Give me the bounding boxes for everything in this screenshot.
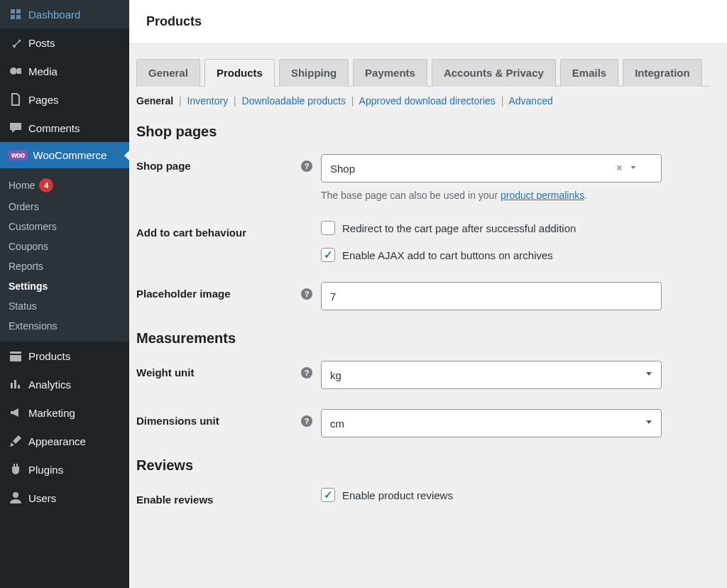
tab-emails[interactable]: Emails [560, 59, 618, 87]
submenu-extensions[interactable]: Extensions [0, 316, 129, 336]
sidebar-item-products[interactable]: Products [0, 342, 129, 370]
checkbox-redirect-cart[interactable] [321, 221, 335, 235]
submenu-customers[interactable]: Customers [0, 217, 129, 236]
sidebar-label: WooCommerce [33, 149, 107, 161]
plug-icon [9, 462, 23, 477]
chevron-down-icon [628, 163, 638, 175]
comment-icon [9, 121, 23, 135]
label-weight-unit: Weight unit ? [136, 361, 321, 379]
sidebar-item-plugins[interactable]: Plugins [0, 455, 129, 484]
tab-shipping[interactable]: Shipping [279, 59, 349, 87]
label-dimensions-unit: Dimensions unit ? [136, 409, 321, 427]
sidebar-label: Plugins [28, 464, 63, 476]
label-add-to-cart: Add to cart behaviour [136, 221, 321, 239]
user-icon [9, 491, 23, 505]
subnav-general[interactable]: General [136, 95, 173, 107]
row-enable-reviews: Enable reviews Enable product reviews [136, 488, 710, 506]
subnav-inventory[interactable]: Inventory [187, 95, 229, 107]
label-placeholder-image: Placeholder image ? [136, 282, 321, 300]
sidebar-label: Media [28, 65, 58, 77]
svg-point-1 [13, 492, 18, 498]
select-shop-page[interactable]: Shop × [321, 154, 662, 183]
subnav-advanced[interactable]: Advanced [508, 95, 552, 107]
page-title: Products [146, 14, 710, 29]
subnav-downloadable[interactable]: Downloadable products [242, 95, 346, 107]
main-content: Products General Products Shipping Payme… [129, 0, 727, 588]
pages-icon [9, 92, 23, 107]
woocommerce-submenu: Home 4 Orders Customers Coupons Reports … [0, 168, 129, 342]
shop-page-description: The base page can also be used in your p… [321, 190, 662, 201]
row-shop-page: Shop page ? Shop × The base page can als… [136, 154, 710, 201]
sidebar-label: Pages [28, 94, 59, 106]
checkbox-label: Enable product reviews [342, 489, 453, 501]
checkbox-enable-reviews[interactable] [321, 488, 335, 502]
sidebar-item-pages[interactable]: Pages [0, 85, 129, 114]
notification-badge: 4 [39, 178, 53, 192]
products-icon [9, 349, 23, 363]
sidebar-item-comments[interactable]: Comments [0, 114, 129, 142]
label-shop-page: Shop page ? [136, 154, 321, 172]
checkbox-label: Enable AJAX add to cart buttons on archi… [342, 249, 553, 261]
sidebar-item-posts[interactable]: Posts [0, 28, 129, 57]
tab-accounts[interactable]: Accounts & Privacy [432, 59, 556, 87]
sidebar-item-users[interactable]: Users [0, 484, 129, 512]
tab-products[interactable]: Products [204, 59, 275, 87]
tab-payments[interactable]: Payments [353, 59, 427, 87]
row-weight-unit: Weight unit ? kg [136, 361, 710, 389]
submenu-coupons[interactable]: Coupons [0, 236, 129, 256]
megaphone-icon [9, 405, 23, 420]
select-dimensions-unit[interactable]: cm [321, 409, 662, 437]
brush-icon [9, 434, 23, 448]
tab-general[interactable]: General [136, 59, 200, 87]
section-reviews: Reviews [136, 457, 710, 474]
clear-icon[interactable]: × [616, 162, 623, 175]
svg-point-0 [10, 67, 17, 75]
link-product-permalinks[interactable]: product permalinks [501, 190, 584, 201]
submenu-status[interactable]: Status [0, 296, 129, 316]
label-enable-reviews: Enable reviews [136, 488, 321, 506]
help-icon[interactable]: ? [301, 415, 312, 427]
subnav-approved[interactable]: Approved download directories [359, 95, 496, 107]
submenu-settings[interactable]: Settings [0, 276, 129, 296]
help-icon[interactable]: ? [301, 367, 312, 379]
submenu-home[interactable]: Home 4 [0, 174, 129, 197]
row-add-to-cart: Add to cart behaviour Redirect to the ca… [136, 221, 710, 262]
sidebar-item-woocommerce[interactable]: woo WooCommerce [0, 142, 129, 168]
help-icon[interactable]: ? [301, 160, 312, 172]
help-icon[interactable]: ? [301, 288, 312, 300]
section-measurements: Measurements [136, 330, 710, 347]
products-subnav: General | Inventory | Downloadable produ… [136, 95, 710, 107]
checkbox-ajax-cart[interactable] [321, 248, 335, 262]
settings-tabs: General Products Shipping Payments Accou… [136, 58, 710, 87]
sidebar-label: Marketing [28, 407, 75, 419]
checkbox-label: Redirect to the cart page after successf… [342, 222, 576, 234]
submenu-reports[interactable]: Reports [0, 256, 129, 276]
sidebar-label: Posts [28, 37, 55, 49]
input-placeholder-image[interactable] [321, 282, 662, 310]
settings-content: General Products Shipping Payments Accou… [129, 44, 727, 588]
analytics-icon [9, 377, 23, 391]
sidebar-label: Users [28, 492, 56, 504]
pin-icon [9, 36, 23, 50]
sidebar-label: Dashboard [28, 9, 80, 21]
sidebar-label: Analytics [28, 379, 71, 391]
sidebar-item-appearance[interactable]: Appearance [0, 427, 129, 455]
row-placeholder-image: Placeholder image ? [136, 282, 710, 310]
dashboard-icon [9, 7, 23, 21]
tab-integration[interactable]: Integration [623, 59, 702, 87]
sidebar-label: Products [28, 350, 70, 362]
woo-icon: woo [9, 150, 28, 160]
sidebar-item-media[interactable]: Media [0, 57, 129, 85]
sidebar-item-analytics[interactable]: Analytics [0, 370, 129, 398]
sidebar-item-marketing[interactable]: Marketing [0, 398, 129, 427]
sidebar-label: Comments [28, 122, 80, 134]
page-header: Products [129, 0, 727, 44]
media-icon [9, 64, 23, 78]
row-dimensions-unit: Dimensions unit ? cm [136, 409, 710, 437]
submenu-orders[interactable]: Orders [0, 197, 129, 217]
section-shop-pages: Shop pages [136, 124, 710, 140]
admin-sidebar: Dashboard Posts Media Pages Comments woo… [0, 0, 129, 588]
select-weight-unit[interactable]: kg [321, 361, 662, 389]
sidebar-label: Appearance [28, 435, 86, 447]
sidebar-item-dashboard[interactable]: Dashboard [0, 0, 129, 28]
